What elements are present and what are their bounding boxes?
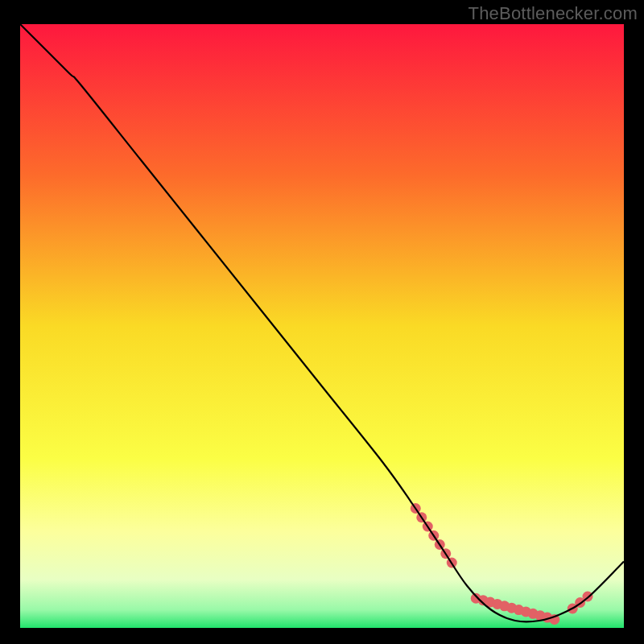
watermark-text: TheBottlenecker.com xyxy=(469,3,638,24)
chart-container: TheBottlenecker.com xyxy=(0,0,644,644)
gradient-background xyxy=(20,24,624,628)
plot-area xyxy=(20,24,624,628)
chart-svg xyxy=(20,24,624,628)
